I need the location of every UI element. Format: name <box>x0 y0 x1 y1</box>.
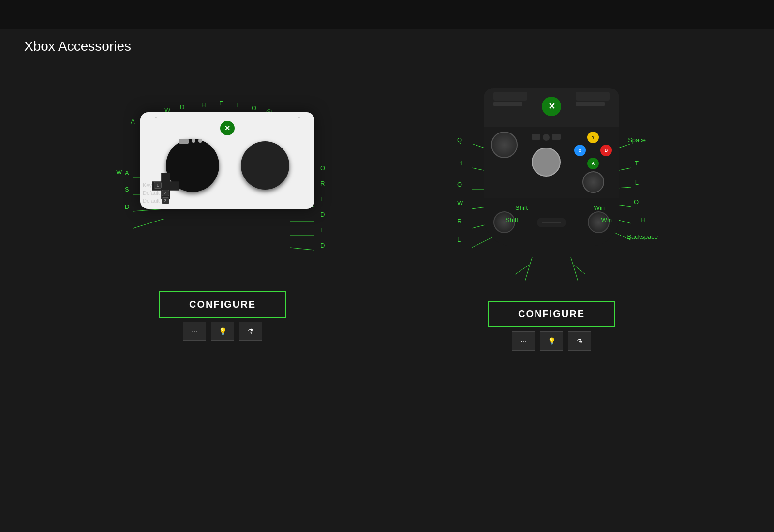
elite-label-1: 1 <box>460 160 463 167</box>
elite-controller-wrapper: Q 1 O W R L Space T L O H Backspace Hell… <box>431 74 672 296</box>
label-L2: L <box>320 195 324 203</box>
label-D1: D <box>180 103 184 111</box>
lab-btn-adaptive[interactable]: ⚗ <box>239 322 262 341</box>
face-btn-a: A <box>587 158 599 169</box>
svg-line-16 <box>290 248 314 250</box>
elite-label-Space: Space <box>628 136 646 144</box>
elite-label-O2: O <box>634 198 639 206</box>
small-btns-row <box>179 139 202 144</box>
adaptive-action-row: ··· 💡 ⚗ <box>183 322 262 341</box>
elite-label-Shift1: Shift <box>515 204 528 211</box>
svg-line-33 <box>525 257 532 281</box>
label-O1: O <box>252 104 256 112</box>
adaptive-profile-badges: Key 1 Default 2 Default 3 <box>143 182 169 204</box>
face-btn-b: B <box>600 145 612 156</box>
elite-label-Shift2: Shift <box>506 216 518 223</box>
label-H: H <box>201 102 206 109</box>
elite-label-W: W <box>457 199 463 207</box>
elite-label-T: T <box>635 160 639 167</box>
label-E: E <box>219 100 223 107</box>
label-A: A <box>131 118 135 125</box>
elite-middle: Y X B A <box>484 127 619 198</box>
elite-top-section: ✕ <box>484 88 619 127</box>
svg-line-19 <box>133 209 164 211</box>
label-A3: A <box>125 169 129 177</box>
elite-label-Backspace: Backspace <box>627 233 658 240</box>
elite-action-row: ··· 💡 ⚗ <box>512 331 591 351</box>
svg-line-34 <box>571 257 578 281</box>
center-buttons <box>532 134 561 141</box>
svg-line-36 <box>573 265 585 274</box>
elite-label-H: H <box>641 216 646 223</box>
elite-label-Q: Q <box>457 136 462 144</box>
tips-btn-adaptive[interactable]: 💡 <box>211 322 234 341</box>
face-btn-y: Y <box>587 132 599 143</box>
more-options-btn-elite[interactable]: ··· <box>512 331 535 351</box>
elite-controller-body: ✕ <box>484 88 619 243</box>
elite-label-L2: L <box>635 179 639 186</box>
elite-dpad <box>532 148 561 177</box>
left-thumbstick <box>491 132 518 158</box>
svg-line-35 <box>515 265 530 274</box>
lab-btn-elite[interactable]: ⚗ <box>568 331 591 351</box>
elite-center <box>532 132 561 179</box>
device-card-elite: Q 1 O W R L Space T L O H Backspace Hell… <box>431 74 672 351</box>
big-right-btn <box>241 141 289 190</box>
page-title: Xbox Accessories <box>0 29 774 64</box>
svg-line-20 <box>133 219 164 228</box>
tips-btn-elite[interactable]: 💡 <box>540 331 563 351</box>
label-D3: D <box>320 242 325 249</box>
profile-badge-default1: Default 2 <box>143 190 169 196</box>
xbox-logo-elite: ✕ <box>542 97 561 116</box>
more-options-btn-adaptive[interactable]: ··· <box>183 322 206 341</box>
elite-label-R: R <box>457 218 461 225</box>
label-S2: S <box>125 186 129 193</box>
xbox-logo-adaptive: ✕ <box>220 121 235 135</box>
label-D2: D <box>320 211 325 218</box>
label-L3: L <box>320 226 324 234</box>
right-thumbstick <box>582 171 604 193</box>
label-D4: D <box>125 203 129 210</box>
adaptive-controller-wrapper: A S W D H E L O Ⓐ Ⓑ W O R L D L D W A S … <box>102 83 343 286</box>
bottom-center <box>537 218 566 227</box>
label-R: R <box>320 180 325 187</box>
configure-button-elite[interactable]: CONFIGURE <box>488 301 615 327</box>
elite-label-L: L <box>457 236 461 243</box>
label-O2: O <box>320 164 325 172</box>
face-buttons: Y X B A <box>574 132 612 169</box>
face-buttons-group: Y X B A <box>574 132 612 193</box>
device-card-adaptive: A S W D H E L O Ⓐ Ⓑ W O R L D L D W A S … <box>102 83 343 341</box>
elite-label-Win2: Win <box>601 216 612 223</box>
label-W3: W <box>116 168 122 176</box>
face-btn-x: X <box>574 145 586 156</box>
elite-label-O: O <box>457 181 462 188</box>
profile-badge-default2: Default 3 <box>143 197 169 204</box>
configure-button-adaptive[interactable]: CONFIGURE <box>159 291 286 318</box>
elite-label-Win1: Win <box>594 204 605 211</box>
top-bar <box>0 0 774 29</box>
profile-badge-key: Key 1 <box>143 182 169 189</box>
label-L: L <box>236 102 239 109</box>
